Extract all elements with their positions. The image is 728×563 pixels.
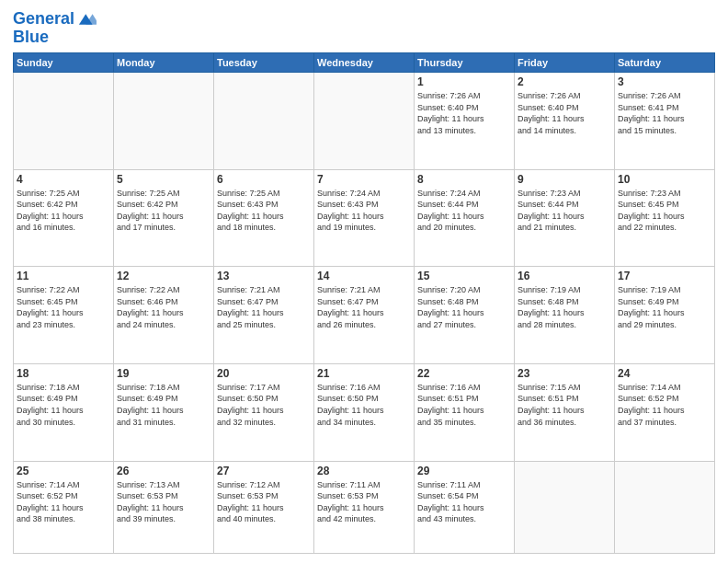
day-number: 26: [117, 465, 210, 477]
weekday-header: Friday: [515, 53, 615, 73]
calendar-cell: 6Sunrise: 7:25 AM Sunset: 6:43 PM Daylig…: [214, 169, 314, 267]
weekday-header: Wednesday: [314, 53, 415, 73]
day-info: Sunrise: 7:22 AM Sunset: 6:45 PM Dayligh…: [17, 284, 110, 330]
calendar-cell: 17Sunrise: 7:19 AM Sunset: 6:49 PM Dayli…: [615, 267, 715, 364]
day-info: Sunrise: 7:21 AM Sunset: 6:47 PM Dayligh…: [317, 284, 411, 330]
calendar-cell: 8Sunrise: 7:24 AM Sunset: 6:44 PM Daylig…: [415, 169, 515, 267]
day-number: 23: [518, 367, 611, 380]
calendar-cell: 21Sunrise: 7:16 AM Sunset: 6:50 PM Dayli…: [314, 363, 415, 461]
logo-icon: [76, 9, 97, 29]
day-number: 9: [518, 173, 611, 186]
calendar-cell: 4Sunrise: 7:25 AM Sunset: 6:42 PM Daylig…: [14, 169, 114, 267]
day-info: Sunrise: 7:12 AM Sunset: 6:53 PM Dayligh…: [217, 479, 311, 525]
day-number: 12: [117, 270, 210, 282]
calendar-week-row: 4Sunrise: 7:25 AM Sunset: 6:42 PM Daylig…: [14, 169, 715, 267]
calendar-cell: 7Sunrise: 7:24 AM Sunset: 6:43 PM Daylig…: [314, 169, 415, 267]
calendar-cell: 11Sunrise: 7:22 AM Sunset: 6:45 PM Dayli…: [14, 267, 114, 364]
day-number: 4: [17, 173, 110, 186]
logo-text: General: [13, 10, 74, 29]
calendar-cell: [214, 73, 314, 170]
day-number: 13: [217, 270, 311, 282]
day-number: 14: [317, 270, 411, 282]
day-number: 7: [317, 173, 411, 186]
calendar-cell: [314, 73, 415, 170]
weekday-header: Sunday: [14, 53, 114, 73]
calendar-week-row: 25Sunrise: 7:14 AM Sunset: 6:52 PM Dayli…: [14, 461, 715, 554]
day-info: Sunrise: 7:18 AM Sunset: 6:49 PM Dayligh…: [17, 382, 110, 428]
day-info: Sunrise: 7:17 AM Sunset: 6:50 PM Dayligh…: [217, 382, 311, 428]
calendar-cell: 27Sunrise: 7:12 AM Sunset: 6:53 PM Dayli…: [214, 461, 314, 554]
day-number: 5: [117, 173, 210, 186]
calendar-cell: 14Sunrise: 7:21 AM Sunset: 6:47 PM Dayli…: [314, 267, 415, 364]
day-info: Sunrise: 7:16 AM Sunset: 6:51 PM Dayligh…: [417, 382, 511, 428]
day-info: Sunrise: 7:13 AM Sunset: 6:53 PM Dayligh…: [117, 479, 210, 525]
day-number: 22: [417, 367, 511, 380]
calendar-week-row: 1Sunrise: 7:26 AM Sunset: 6:40 PM Daylig…: [14, 73, 715, 170]
calendar-cell: [14, 73, 114, 170]
day-number: 25: [17, 465, 110, 477]
logo-blue: Blue: [13, 28, 97, 47]
day-number: 29: [417, 465, 511, 477]
calendar-cell: [515, 461, 615, 554]
day-info: Sunrise: 7:23 AM Sunset: 6:44 PM Dayligh…: [518, 188, 611, 234]
day-info: Sunrise: 7:24 AM Sunset: 6:44 PM Dayligh…: [417, 188, 511, 234]
day-info: Sunrise: 7:14 AM Sunset: 6:52 PM Dayligh…: [618, 382, 711, 428]
calendar-cell: 20Sunrise: 7:17 AM Sunset: 6:50 PM Dayli…: [214, 363, 314, 461]
calendar-header-row: SundayMondayTuesdayWednesdayThursdayFrid…: [14, 53, 715, 73]
day-number: 1: [417, 75, 511, 88]
calendar-cell: 9Sunrise: 7:23 AM Sunset: 6:44 PM Daylig…: [515, 169, 615, 267]
day-number: 2: [518, 75, 611, 88]
calendar-cell: 2Sunrise: 7:26 AM Sunset: 6:40 PM Daylig…: [515, 73, 615, 170]
day-number: 27: [217, 465, 311, 477]
day-number: 19: [117, 367, 210, 380]
day-number: 11: [17, 270, 110, 282]
day-info: Sunrise: 7:21 AM Sunset: 6:47 PM Dayligh…: [217, 284, 311, 330]
calendar-cell: 13Sunrise: 7:21 AM Sunset: 6:47 PM Dayli…: [214, 267, 314, 364]
calendar-cell: 12Sunrise: 7:22 AM Sunset: 6:46 PM Dayli…: [114, 267, 214, 364]
day-number: 10: [618, 173, 711, 186]
weekday-header: Thursday: [415, 53, 515, 73]
day-number: 6: [217, 173, 311, 186]
calendar-cell: 5Sunrise: 7:25 AM Sunset: 6:42 PM Daylig…: [114, 169, 214, 267]
page-header: General Blue: [13, 9, 715, 47]
day-number: 28: [317, 465, 411, 477]
calendar-cell: 28Sunrise: 7:11 AM Sunset: 6:53 PM Dayli…: [314, 461, 415, 554]
day-info: Sunrise: 7:11 AM Sunset: 6:54 PM Dayligh…: [417, 479, 511, 525]
calendar-table: SundayMondayTuesdayWednesdayThursdayFrid…: [13, 52, 715, 554]
day-number: 20: [217, 367, 311, 380]
calendar-cell: [615, 461, 715, 554]
day-info: Sunrise: 7:16 AM Sunset: 6:50 PM Dayligh…: [317, 382, 411, 428]
day-number: 15: [417, 270, 511, 282]
day-info: Sunrise: 7:18 AM Sunset: 6:49 PM Dayligh…: [117, 382, 210, 428]
day-info: Sunrise: 7:25 AM Sunset: 6:43 PM Dayligh…: [217, 188, 311, 234]
calendar-cell: 18Sunrise: 7:18 AM Sunset: 6:49 PM Dayli…: [14, 363, 114, 461]
calendar-week-row: 18Sunrise: 7:18 AM Sunset: 6:49 PM Dayli…: [14, 363, 715, 461]
day-info: Sunrise: 7:19 AM Sunset: 6:48 PM Dayligh…: [518, 284, 611, 330]
calendar-cell: 10Sunrise: 7:23 AM Sunset: 6:45 PM Dayli…: [615, 169, 715, 267]
day-number: 18: [17, 367, 110, 380]
day-info: Sunrise: 7:15 AM Sunset: 6:51 PM Dayligh…: [518, 382, 611, 428]
day-info: Sunrise: 7:20 AM Sunset: 6:48 PM Dayligh…: [417, 284, 511, 330]
day-info: Sunrise: 7:26 AM Sunset: 6:41 PM Dayligh…: [618, 90, 711, 136]
day-number: 8: [417, 173, 511, 186]
day-number: 3: [618, 75, 711, 88]
day-info: Sunrise: 7:22 AM Sunset: 6:46 PM Dayligh…: [117, 284, 210, 330]
weekday-header: Tuesday: [214, 53, 314, 73]
day-info: Sunrise: 7:14 AM Sunset: 6:52 PM Dayligh…: [17, 479, 110, 525]
day-info: Sunrise: 7:26 AM Sunset: 6:40 PM Dayligh…: [417, 90, 511, 136]
day-info: Sunrise: 7:26 AM Sunset: 6:40 PM Dayligh…: [518, 90, 611, 136]
calendar-cell: 22Sunrise: 7:16 AM Sunset: 6:51 PM Dayli…: [415, 363, 515, 461]
calendar-cell: 1Sunrise: 7:26 AM Sunset: 6:40 PM Daylig…: [415, 73, 515, 170]
weekday-header: Saturday: [615, 53, 715, 73]
day-info: Sunrise: 7:11 AM Sunset: 6:53 PM Dayligh…: [317, 479, 411, 525]
calendar-cell: 29Sunrise: 7:11 AM Sunset: 6:54 PM Dayli…: [415, 461, 515, 554]
calendar-cell: 16Sunrise: 7:19 AM Sunset: 6:48 PM Dayli…: [515, 267, 615, 364]
day-number: 21: [317, 367, 411, 380]
day-number: 16: [518, 270, 611, 282]
day-info: Sunrise: 7:24 AM Sunset: 6:43 PM Dayligh…: [317, 188, 411, 234]
calendar-cell: 24Sunrise: 7:14 AM Sunset: 6:52 PM Dayli…: [615, 363, 715, 461]
day-info: Sunrise: 7:25 AM Sunset: 6:42 PM Dayligh…: [117, 188, 210, 234]
day-info: Sunrise: 7:23 AM Sunset: 6:45 PM Dayligh…: [618, 188, 711, 234]
weekday-header: Monday: [114, 53, 214, 73]
calendar-cell: 3Sunrise: 7:26 AM Sunset: 6:41 PM Daylig…: [615, 73, 715, 170]
